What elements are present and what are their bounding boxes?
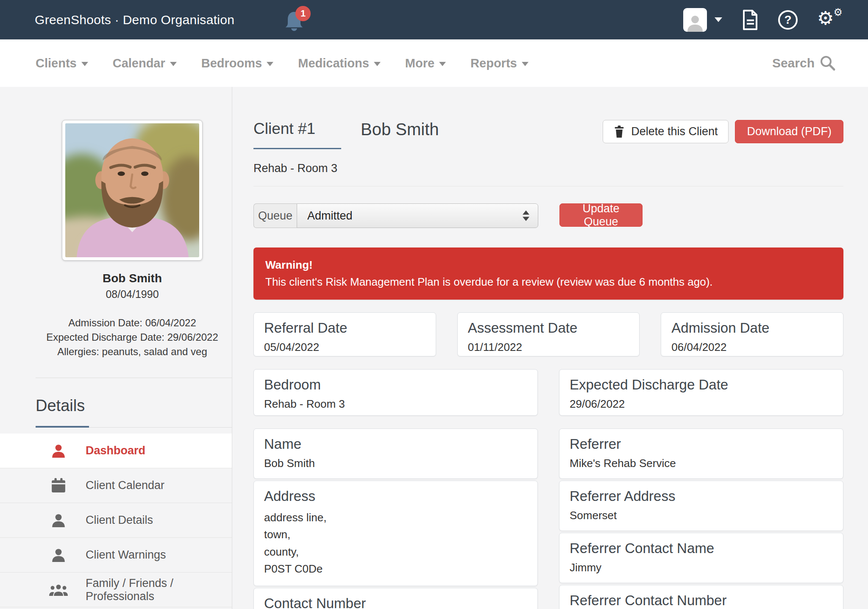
card-value: Mike's Rehab Service <box>570 457 833 470</box>
calendar-icon <box>49 478 68 493</box>
chevron-down-icon <box>715 17 722 22</box>
person-icon <box>49 548 68 563</box>
client-summary: Bob Smith 08/04/1990 Admission Date: 06/… <box>36 120 229 359</box>
content: Bob Smith 08/04/1990 Admission Date: 06/… <box>0 87 868 609</box>
referrer-detail-column: Referrer Mike's Rehab Service Referrer A… <box>559 428 843 609</box>
chevron-down-icon <box>374 62 381 66</box>
client-number-block: Client #1 <box>253 120 341 149</box>
client-photo <box>62 120 203 261</box>
card-title: Expected Discharge Date <box>570 377 833 393</box>
client-number: Client #1 <box>253 120 341 138</box>
nav-item-more[interactable]: More <box>405 56 446 70</box>
download-pdf-label: Download (PDF) <box>747 125 832 138</box>
queue-label: Queue <box>253 203 297 228</box>
client-dashboard: Client #1 Bob Smith Delete this Client <box>232 87 868 609</box>
client-sidebar: Bob Smith 08/04/1990 Admission Date: 06/… <box>0 87 232 609</box>
date-cards-row: Referral Date 05/04/2022 Assessment Date… <box>253 312 843 356</box>
sidebar-item-client-warnings[interactable]: Client Warnings <box>0 538 232 573</box>
documents-button[interactable] <box>741 9 759 31</box>
address-card: Address address line, town, county, P0ST… <box>253 481 538 586</box>
card-value: 01/11/2022 <box>468 341 629 354</box>
client-number-underline <box>253 148 341 149</box>
queue-controls: Queue Admitted Update Queue <box>253 203 843 228</box>
expected-discharge-text: Expected Discharge Date: 29/06/2022 <box>36 330 229 345</box>
nav-label: Clients <box>36 56 77 70</box>
app-brand: GreenShoots · Demo Organisation <box>35 13 234 27</box>
person-icon <box>49 443 68 459</box>
nav-item-reports[interactable]: Reports <box>470 56 529 70</box>
person-icon <box>49 513 68 528</box>
card-value: Bob Smith <box>264 457 527 470</box>
notification-count-badge: 1 <box>295 6 311 21</box>
referral-date-card: Referral Date 05/04/2022 <box>253 312 436 356</box>
sidebar-item-client-calendar[interactable]: Client Calendar <box>0 468 232 503</box>
avatar-person-icon <box>686 13 704 32</box>
sidebar-item-family-friends-professionals[interactable]: Family / Friends / Professionals <box>0 573 232 607</box>
queue-select[interactable]: Admitted <box>297 203 538 228</box>
sidebar-item-label: Dashboard <box>86 444 145 457</box>
search-button[interactable]: Search <box>772 55 836 71</box>
nav-label: Reports <box>470 56 517 70</box>
download-pdf-button[interactable]: Download (PDF) <box>735 120 843 143</box>
card-value: Somerset <box>570 509 833 522</box>
sidebar-item-client-details[interactable]: Client Details <box>0 503 232 538</box>
trash-icon <box>614 125 625 138</box>
card-title: Assessment Date <box>468 320 629 336</box>
chevron-down-icon <box>267 62 273 66</box>
chevron-down-icon <box>439 62 446 66</box>
card-value: 06/04/2022 <box>671 341 833 354</box>
referrer-card: Referrer Mike's Rehab Service <box>559 428 843 479</box>
card-title: Contact Number <box>264 595 527 609</box>
card-title: Referrer <box>570 436 833 452</box>
address-line: county, <box>264 543 527 560</box>
topbar-actions: ? <box>683 8 843 32</box>
main-navigation: Clients Calendar Bedrooms Medications Mo… <box>0 39 868 87</box>
referrer-contact-name-card: Referrer Contact Name Jimmy <box>559 533 843 583</box>
nav-label: Calendar <box>113 56 165 70</box>
card-value: Jimmy <box>570 561 833 574</box>
card-value: 29/06/2022 <box>570 398 833 411</box>
nav-item-clients[interactable]: Clients <box>36 56 88 70</box>
nav-item-calendar[interactable]: Calendar <box>113 56 177 70</box>
sidebar-item-dashboard[interactable]: Dashboard <box>0 434 232 468</box>
user-menu[interactable] <box>683 8 722 32</box>
card-title: Referral Date <box>264 320 426 336</box>
card-value: Rehab - Room 3 <box>264 398 527 411</box>
client-detail-column: Name Bob Smith Address address line, tow… <box>253 428 538 609</box>
settings-button[interactable] <box>817 9 843 31</box>
update-queue-button[interactable]: Update Queue <box>559 203 643 227</box>
room-assignment: Rehab - Room 3 <box>253 162 843 175</box>
risk-plan-warning-banner: Warning! This client's Risk Management P… <box>253 247 843 300</box>
select-stepper-icon <box>523 211 529 221</box>
chevron-down-icon <box>170 62 177 66</box>
address-line: town, <box>264 526 527 543</box>
warning-title: Warning! <box>265 259 832 272</box>
search-icon <box>820 55 836 71</box>
referrer-contact-number-card: Referrer Contact Number 01934440030 <box>559 585 843 609</box>
address-line: address line, <box>264 509 527 526</box>
bedroom-card: Bedroom Rehab - Room 3 <box>253 369 538 416</box>
title-buttons: Delete this Client Download (PDF) <box>603 120 843 143</box>
client-name: Bob Smith <box>36 272 229 285</box>
name-card: Name Bob Smith <box>253 428 538 479</box>
detail-columns: Name Bob Smith Address address line, tow… <box>253 428 843 609</box>
notifications-bell[interactable]: 1 <box>284 8 304 31</box>
referrer-address-card: Referrer Address Somerset <box>559 481 843 531</box>
nav-item-medications[interactable]: Medications <box>298 56 381 70</box>
sidebar-item-label: Client Warnings <box>86 548 166 562</box>
chevron-down-icon <box>522 62 529 66</box>
nav-items: Clients Calendar Bedrooms Medications Mo… <box>36 56 529 70</box>
details-underline <box>36 426 232 428</box>
nav-item-bedrooms[interactable]: Bedrooms <box>201 56 273 70</box>
client-photo-image <box>65 123 199 257</box>
contact-number-card: Contact Number Home Number: 01934440030 … <box>253 588 538 609</box>
nav-label: Bedrooms <box>201 56 262 70</box>
card-title: Referrer Contact Name <box>570 540 833 556</box>
help-button[interactable]: ? <box>777 9 798 31</box>
assessment-date-card: Assessment Date 01/11/2022 <box>457 312 640 356</box>
delete-client-button[interactable]: Delete this Client <box>603 120 729 143</box>
expected-discharge-card: Expected Discharge Date 29/06/2022 <box>559 369 843 416</box>
sidebar-item-label: Client Details <box>86 514 153 527</box>
people-icon <box>49 582 68 598</box>
greenshoots-client-page: GreenShoots · Demo Organisation 1 <box>0 0 868 609</box>
